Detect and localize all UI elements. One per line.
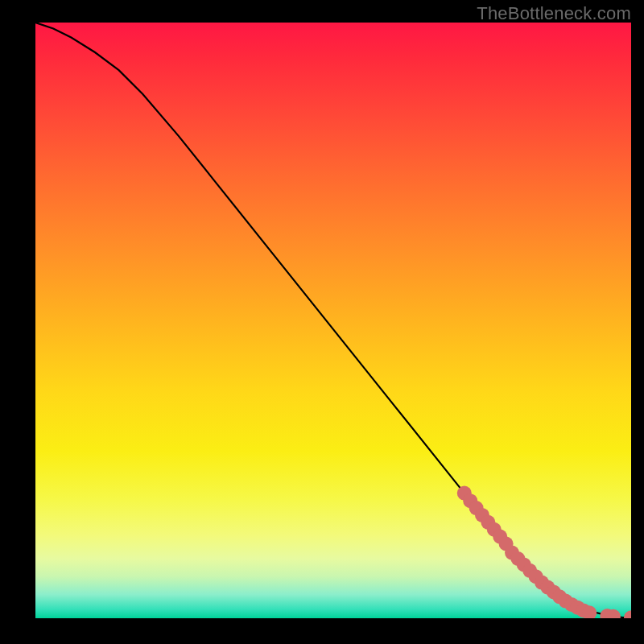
marker-point <box>624 610 631 618</box>
chart-container: TheBottleneck.com <box>0 0 644 644</box>
chart-svg <box>35 23 631 618</box>
plot-area <box>35 23 631 618</box>
curve-line <box>35 23 631 618</box>
marker-points-group <box>457 486 631 618</box>
attribution-watermark: TheBottleneck.com <box>477 3 631 24</box>
